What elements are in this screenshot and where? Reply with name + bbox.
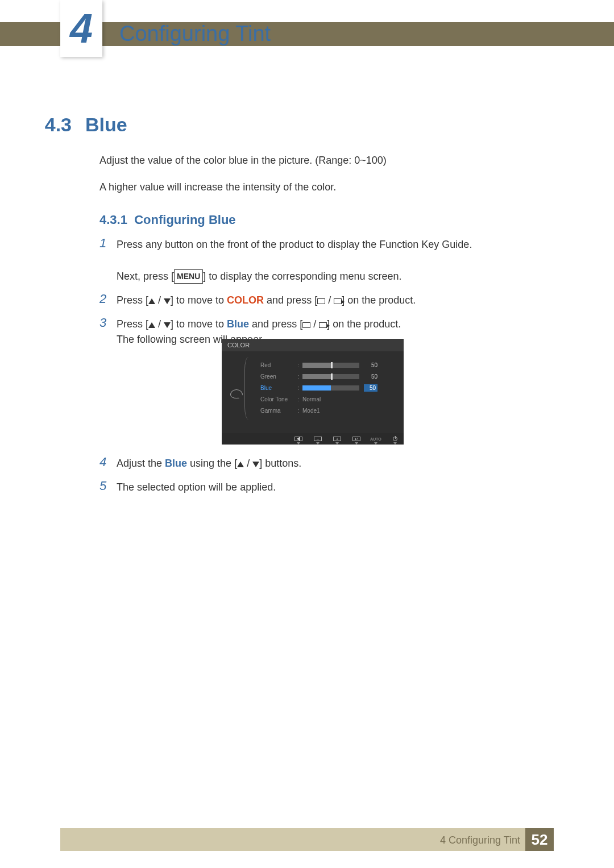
step-number: 1 — [99, 236, 117, 285]
steps-list-top: 1 Press any button on the front of the p… — [99, 236, 543, 355]
blue-keyword: Blue — [165, 458, 187, 469]
step-number: 3 — [99, 315, 117, 348]
osd-row-blue: Blue : 50 — [260, 382, 397, 393]
step-number: 2 — [99, 292, 117, 309]
step-1: 1 Press any button on the front of the p… — [99, 236, 543, 285]
source-icon — [317, 298, 325, 304]
osd-row-red: Red : 50 — [260, 359, 397, 371]
step-2: 2 Press [ / ] to move to COLOR and press… — [99, 292, 543, 309]
menu-key-icon: MENU — [174, 269, 203, 284]
up-arrow-icon — [148, 322, 155, 328]
chapter-number-box: 4 — [60, 0, 102, 57]
up-arrow-icon — [148, 298, 155, 304]
osd-slider — [302, 385, 359, 391]
step-body: Adjust the Blue using the [ / ] buttons. — [117, 455, 301, 472]
osd-footer: − + ↵ AUTO — [222, 433, 404, 445]
color-keyword: COLOR — [227, 294, 264, 306]
blue-keyword: Blue — [227, 318, 249, 330]
osd-curve-decoration — [244, 357, 252, 420]
section-heading: 4.3 Blue — [0, 114, 614, 136]
chapter-title: Configuring Tint — [119, 22, 271, 46]
osd-minus-icon: − — [313, 436, 323, 442]
source-icon — [302, 322, 310, 328]
osd-icon-column — [226, 359, 247, 416]
up-arrow-icon — [237, 462, 244, 467]
section-number: 4.3 — [0, 114, 85, 136]
step-body: Press any button on the front of the pro… — [117, 236, 472, 285]
osd-back-icon — [293, 436, 304, 442]
intro-line-2: A higher value will increase the intensi… — [99, 180, 532, 194]
osd-menu-screenshot: COLOR Red : 50 Green : 50 Blue : 50 — [222, 339, 404, 445]
section-title: Blue — [85, 114, 127, 136]
osd-list: Red : 50 Green : 50 Blue : 50 Color Tone… — [247, 359, 397, 416]
steps-list-bottom: 4 Adjust the Blue using the [ / ] button… — [99, 455, 543, 502]
step-number: 5 — [99, 479, 117, 496]
osd-enter-icon: ↵ — [351, 436, 362, 442]
down-arrow-icon — [252, 462, 259, 467]
page-number: 52 — [525, 828, 554, 851]
osd-auto-label: AUTO — [371, 436, 381, 442]
step-5: 5 The selected option will be applied. — [99, 479, 543, 496]
down-arrow-icon — [164, 322, 171, 328]
enter-icon — [334, 298, 342, 304]
step-4: 4 Adjust the Blue using the [ / ] button… — [99, 455, 543, 472]
osd-slider — [302, 363, 359, 368]
step-number: 4 — [99, 455, 117, 472]
osd-slider — [302, 374, 359, 379]
enter-icon — [319, 322, 327, 328]
step-body: The selected option will be applied. — [117, 479, 276, 496]
footer-chapter-label: 4 Configuring Tint — [440, 834, 520, 846]
subsection-heading: 4.3.1 Configuring Blue — [99, 213, 236, 227]
subsection-number: 4.3.1 — [99, 213, 127, 227]
osd-row-green: Green : 50 — [260, 371, 397, 382]
osd-plus-icon: + — [332, 436, 342, 442]
intro-line-1: Adjust the value of the color blue in th… — [99, 153, 532, 168]
osd-body: Red : 50 Green : 50 Blue : 50 Color Tone… — [222, 351, 404, 433]
osd-header: COLOR — [222, 339, 404, 351]
osd-power-icon — [390, 436, 400, 442]
down-arrow-icon — [164, 298, 171, 304]
osd-row-gamma: Gamma : Mode1 — [260, 405, 397, 416]
step-body: Press [ / ] to move to COLOR and press [… — [117, 292, 416, 309]
palette-icon — [230, 389, 243, 398]
subsection-title: Configuring Blue — [134, 213, 235, 227]
osd-row-color-tone: Color Tone : Normal — [260, 393, 397, 405]
chapter-number: 4 — [70, 5, 93, 52]
